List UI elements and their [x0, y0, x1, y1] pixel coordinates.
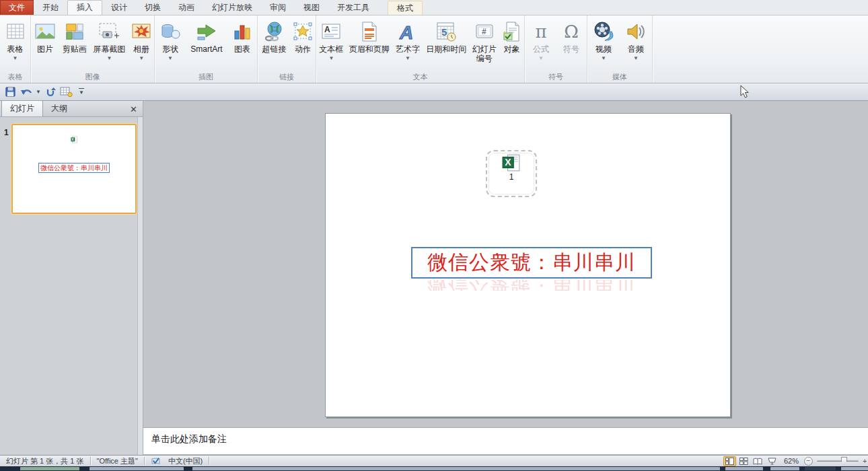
zoom-out-button[interactable]: − [804, 457, 813, 466]
tab-file[interactable]: 文件 [0, 0, 34, 15]
date-time-button[interactable]: 5 日期和时间 [423, 17, 469, 72]
textbox-icon: A [321, 19, 341, 44]
hyperlink-button[interactable]: 超链接 [258, 17, 291, 72]
date-time-icon: 5 [435, 19, 457, 44]
redo-button[interactable] [44, 85, 57, 99]
qat-customize-button[interactable]: ▼ [79, 88, 84, 96]
chart-button[interactable]: 图表 [228, 17, 256, 72]
dropdown-arrow-icon: ▼ [633, 55, 639, 61]
status-language[interactable]: 中文(中国) [167, 456, 209, 466]
svg-text:#: # [482, 27, 486, 36]
status-divider [209, 457, 209, 465]
tab-slideshow[interactable]: 幻灯片放映 [203, 1, 261, 15]
tab-transitions[interactable]: 切换 [136, 1, 170, 15]
equation-button[interactable]: π 公式 ▼ [526, 17, 556, 72]
save-button[interactable] [3, 85, 17, 99]
svg-text:A: A [399, 22, 413, 42]
mini-excel-object-icon: X [71, 136, 78, 143]
normal-view-button[interactable] [723, 456, 736, 466]
taskbar-button[interactable] [841, 467, 868, 470]
dropdown-arrow-icon: ▼ [139, 55, 144, 61]
table-button[interactable]: 表格 ▼ [1, 17, 30, 72]
zoom-slider[interactable] [817, 460, 859, 462]
tab-format[interactable]: 格式 [388, 1, 423, 15]
spellcheck-icon[interactable] [145, 457, 167, 466]
undo-dropdown-arrow-icon[interactable]: ▼ [36, 89, 41, 95]
symbol-button[interactable]: Ω 符号 [556, 17, 586, 72]
action-button[interactable]: 动作 [291, 17, 316, 72]
quick-access-toolbar: ▼ ▼ [0, 83, 868, 101]
excel-object-label: 1 [509, 172, 514, 182]
taskbar-button[interactable] [192, 467, 720, 470]
tab-view[interactable]: 视图 [295, 1, 328, 15]
tab-insert[interactable]: 插入 [67, 0, 102, 15]
svg-text:X: X [505, 157, 511, 168]
status-right-controls: 62% − + [723, 456, 868, 466]
photo-album-button[interactable]: 相册 ▼ [129, 17, 154, 72]
status-slide-info: 幻灯片 第 1 张，共 1 张 [0, 456, 90, 466]
tab-review[interactable]: 审阅 [261, 1, 295, 15]
slide-number-icon: # [474, 19, 495, 44]
picture-button[interactable]: 图片 [31, 17, 59, 72]
tab-design[interactable]: 设计 [102, 1, 136, 15]
svg-text:5: 5 [441, 26, 447, 38]
slide-thumbnail-number: 1 [4, 128, 9, 137]
dropdown-arrow-icon: ▼ [405, 55, 410, 61]
notes-placeholder: 单击此处添加备注 [143, 428, 868, 445]
status-theme: "Office 主题" [91, 456, 144, 466]
ribbon-empty-space [653, 15, 868, 83]
tab-home[interactable]: 开始 [34, 1, 67, 15]
equation-icon: π [535, 19, 546, 44]
ribbon-tab-strip: 文件 开始 插入 设计 切换 动画 幻灯片放映 审阅 视图 开发工具 格式 [0, 0, 868, 15]
reading-view-button[interactable] [752, 456, 764, 466]
ribbon-group-links: 超链接 动作 链接 [258, 15, 316, 83]
ribbon-group-table: 表格 ▼ 表格 [0, 15, 31, 83]
zoom-slider-handle[interactable] [841, 457, 847, 465]
tab-animations[interactable]: 动画 [170, 1, 203, 15]
taskbar-button[interactable] [89, 467, 184, 470]
tab-slides[interactable]: 幻灯片 [1, 100, 43, 116]
wordart-button[interactable]: A 艺术字 ▼ [392, 17, 424, 72]
close-icon[interactable]: ✕ [130, 106, 137, 114]
slide-textbox[interactable]: 微信公衆號：串川串川 微信公衆號：串川串川 [411, 247, 652, 279]
taskbar-button[interactable] [805, 467, 836, 470]
photo-album-icon [131, 19, 152, 44]
embedded-excel-object[interactable]: X 1 [486, 150, 537, 197]
symbol-icon: Ω [564, 19, 579, 44]
slide-thumbnail[interactable]: X 微信公衆號：串川串川 [11, 124, 137, 214]
audio-button[interactable]: 音频 ▼ [620, 17, 652, 72]
panel-scrollbar[interactable] [137, 117, 143, 455]
shapes-icon [160, 19, 180, 44]
dropdown-arrow-icon: ▼ [168, 55, 173, 61]
group-label-illustrations: 插图 [155, 72, 257, 83]
object-icon [502, 19, 522, 44]
qat-table-button[interactable] [60, 85, 73, 99]
tab-developer[interactable]: 开发工具 [328, 1, 378, 15]
textbox-button[interactable]: A 文本框 ▼ [316, 17, 347, 72]
slideshow-view-button[interactable] [766, 456, 779, 466]
zoom-level[interactable]: 62% [783, 457, 800, 465]
notes-pane[interactable]: 单击此处添加备注 [143, 427, 868, 455]
zoom-in-button[interactable]: + [863, 457, 867, 465]
slide-canvas[interactable]: X 1 微信公衆號：串川串川 微信公衆號：串川串川 [325, 113, 731, 417]
taskbar-button[interactable] [20, 467, 79, 470]
save-icon [5, 86, 16, 98]
slide-sorter-view-button[interactable] [737, 456, 750, 466]
smartart-icon [195, 19, 218, 44]
tab-outline[interactable]: 大纲 [43, 101, 75, 116]
header-footer-icon [360, 19, 379, 44]
smartart-button[interactable]: SmartArt [185, 17, 228, 72]
header-footer-button[interactable]: 页眉和页脚 [347, 17, 392, 72]
shapes-button[interactable]: 形状 ▼ [155, 17, 185, 72]
video-button[interactable]: 视频 ▼ [587, 17, 620, 72]
ribbon-group-text: A 文本框 ▼ 页眉和页脚 A 艺术字 ▼ 5 [316, 15, 525, 83]
taskbar-button[interactable] [725, 467, 763, 470]
slide-number-button[interactable]: # 幻灯片编号 [469, 17, 499, 72]
object-button[interactable]: 对象 [499, 17, 524, 72]
dropdown-arrow-icon: ▼ [106, 55, 112, 61]
screenshot-button[interactable]: 屏幕截图 ▼ [90, 17, 129, 72]
clipart-button[interactable]: 剪贴画 [59, 17, 90, 72]
slides-panel-tabs: 幻灯片 大纲 ✕ [0, 101, 143, 117]
taskbar-button[interactable] [770, 467, 799, 470]
undo-button[interactable] [20, 85, 33, 99]
